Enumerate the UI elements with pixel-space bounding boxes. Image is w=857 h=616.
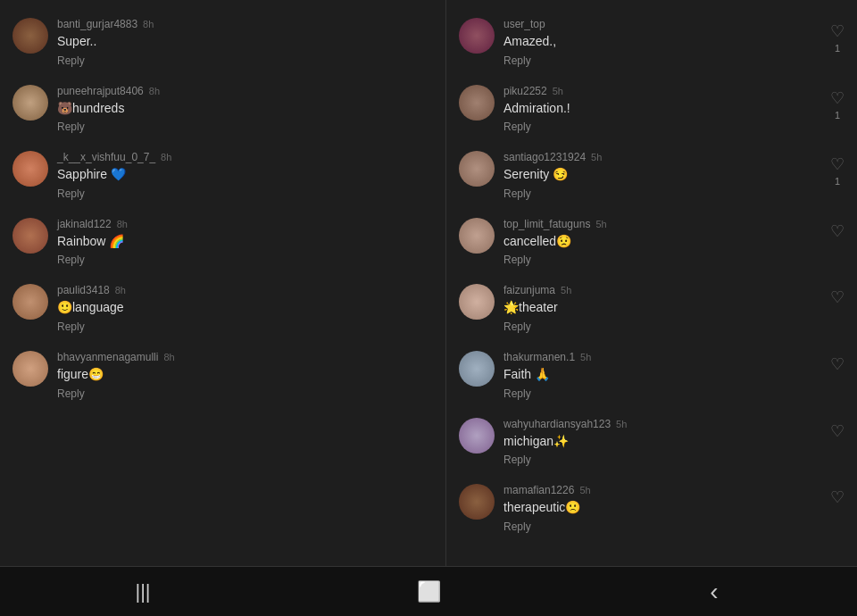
comment-time: 5h <box>579 485 590 495</box>
comment-text: 🌟theater <box>503 299 845 317</box>
comment-time: 8h <box>117 219 128 229</box>
avatar <box>12 85 48 121</box>
comment-meta: thakurmanen.15h <box>503 351 845 363</box>
avatar <box>459 351 495 387</box>
comment-meta: jakinald1228h <box>57 218 433 230</box>
like-button[interactable]: ♡ <box>830 287 845 307</box>
comment-body: paulid34188h🙂languageReply <box>57 284 433 333</box>
comment-item: jakinald1228hRainbow 🌈Reply <box>0 209 445 276</box>
home-icon[interactable]: ⬜ <box>402 574 455 610</box>
comment-text: Amazed., <box>503 33 845 51</box>
reply-button[interactable]: Reply <box>57 320 433 333</box>
username: top_limit_fatuguns <box>503 218 590 230</box>
comment-item: puneehrajput84068h🐻hundredsReply <box>0 76 445 143</box>
comment-item: santiago12319245hSerenity 😏Reply♡1 <box>446 142 857 209</box>
reply-button[interactable]: Reply <box>503 54 845 67</box>
username: user_top <box>503 18 545 30</box>
heart-icon: ♡ <box>830 21 845 41</box>
reply-button[interactable]: Reply <box>503 121 845 133</box>
avatar <box>12 18 48 54</box>
avatar <box>459 284 495 320</box>
comment-item: user_topAmazed.,Reply♡1 <box>446 9 857 76</box>
comment-body: santiago12319245hSerenity 😏Reply <box>503 151 845 200</box>
comment-text: figure😁 <box>57 366 433 384</box>
comment-meta: banti_gurjar48838h <box>57 18 433 30</box>
like-count: 1 <box>835 43 840 54</box>
reply-button[interactable]: Reply <box>57 187 433 200</box>
comment-meta: paulid34188h <box>57 284 433 296</box>
heart-icon: ♡ <box>830 221 845 241</box>
comment-time: 5h <box>595 219 606 229</box>
username: banti_gurjar4883 <box>57 18 137 30</box>
username: piku2252 <box>503 85 547 97</box>
comment-item: thakurmanen.15hFaith 🙏Reply♡ <box>446 342 857 409</box>
username: bhavyanmenagamulli <box>57 351 158 363</box>
comment-item: _k__x_vishfuu_0_7_8hSapphire 💙Reply <box>0 142 445 209</box>
reply-button[interactable]: Reply <box>57 254 433 266</box>
avatar <box>12 218 48 254</box>
comment-body: jakinald1228hRainbow 🌈Reply <box>57 218 433 267</box>
comment-time: 8h <box>161 152 171 162</box>
reply-button[interactable]: Reply <box>503 254 845 266</box>
comment-body: thakurmanen.15hFaith 🙏Reply <box>503 351 845 400</box>
reply-button[interactable]: Reply <box>57 387 433 400</box>
avatar <box>459 18 495 54</box>
username: santiago1231924 <box>503 151 586 163</box>
comment-text: Admiration.! <box>503 100 845 118</box>
comment-text: Sapphire 💙 <box>57 166 433 184</box>
left-comments-panel: banti_gurjar48838hSuper..Replypuneehrajp… <box>0 0 446 566</box>
comment-text: Serenity 😏 <box>503 166 845 184</box>
comment-time: 8h <box>163 352 174 362</box>
comment-body: banti_gurjar48838hSuper..Reply <box>57 18 433 67</box>
like-button[interactable]: ♡ <box>830 221 845 241</box>
comment-item: mamafian12265htherapeutic🙁Reply♡ <box>446 475 857 542</box>
comment-time: 5h <box>553 86 563 96</box>
reply-button[interactable]: Reply <box>503 320 845 333</box>
main-content: banti_gurjar48838hSuper..Replypuneehrajp… <box>0 0 857 566</box>
like-button[interactable]: ♡1 <box>830 88 845 121</box>
back-icon[interactable]: ‹ <box>687 574 741 610</box>
comment-text: Faith 🙏 <box>503 366 845 384</box>
comment-body: faizunjuma5h🌟theaterReply <box>503 284 845 333</box>
avatar <box>459 151 495 187</box>
comment-meta: santiago12319245h <box>503 151 845 163</box>
like-button[interactable]: ♡ <box>830 487 845 507</box>
reply-button[interactable]: Reply <box>503 187 845 200</box>
comment-time: 8h <box>143 19 154 29</box>
heart-icon: ♡ <box>830 88 845 108</box>
menu-icon[interactable]: ||| <box>116 574 170 610</box>
comment-meta: bhavyanmenagamulli8h <box>57 351 433 363</box>
username: wahyuhardiansyah123 <box>503 418 611 430</box>
reply-button[interactable]: Reply <box>57 121 433 133</box>
like-button[interactable]: ♡1 <box>830 21 845 54</box>
like-button[interactable]: ♡ <box>830 354 845 374</box>
comment-meta: _k__x_vishfuu_0_7_8h <box>57 151 433 163</box>
comment-body: puneehrajput84068h🐻hundredsReply <box>57 85 433 134</box>
username: faizunjuma <box>503 284 555 296</box>
comment-item: piku22525hAdmiration.!Reply♡1 <box>446 76 857 143</box>
comment-meta: wahyuhardiansyah1235h <box>503 418 845 430</box>
comment-body: user_topAmazed.,Reply <box>503 18 845 67</box>
comment-body: mamafian12265htherapeutic🙁Reply <box>503 484 845 533</box>
like-button[interactable]: ♡ <box>830 421 845 441</box>
heart-icon: ♡ <box>830 487 845 507</box>
comment-time: 5h <box>561 285 571 296</box>
username: puneehrajput8406 <box>57 85 144 97</box>
heart-icon: ♡ <box>830 287 845 307</box>
username: _k__x_vishfuu_0_7_ <box>57 151 155 163</box>
heart-icon: ♡ <box>830 421 845 441</box>
comment-time: 5h <box>580 352 591 362</box>
like-button[interactable]: ♡1 <box>830 154 845 187</box>
comment-meta: puneehrajput84068h <box>57 85 433 97</box>
comment-time: 8h <box>115 285 126 296</box>
comment-item: top_limit_fatuguns5hcancelled😟Reply♡ <box>446 209 857 276</box>
username: jakinald122 <box>57 218 112 230</box>
reply-button[interactable]: Reply <box>503 520 845 533</box>
reply-button[interactable]: Reply <box>57 54 433 67</box>
comment-text: cancelled😟 <box>503 233 845 251</box>
comment-body: piku22525hAdmiration.!Reply <box>503 85 845 134</box>
avatar <box>12 284 48 320</box>
reply-button[interactable]: Reply <box>503 387 845 400</box>
comment-time: 5h <box>591 152 602 162</box>
reply-button[interactable]: Reply <box>503 454 845 466</box>
